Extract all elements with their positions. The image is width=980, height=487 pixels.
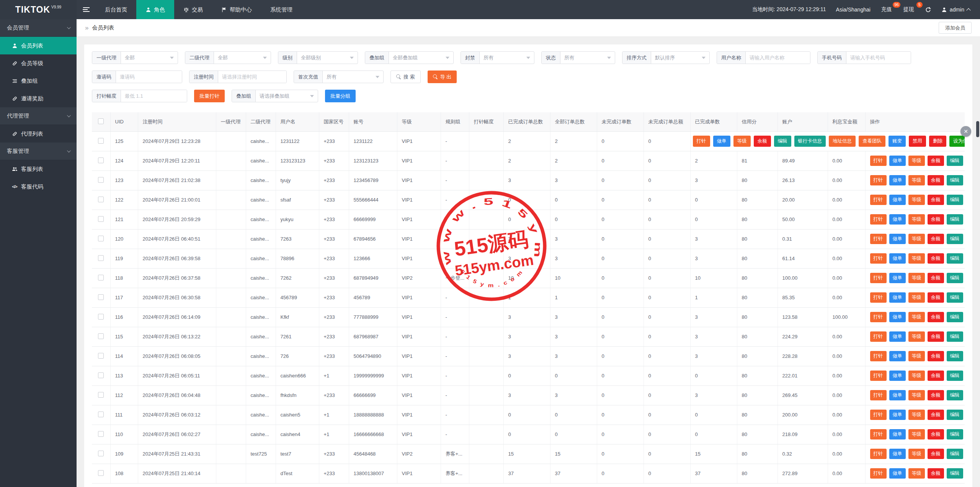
row-action-button[interactable]: 余额 <box>928 449 944 459</box>
close-icon[interactable]: ✕ <box>960 126 971 137</box>
row-action-button[interactable]: 做单 <box>889 390 906 400</box>
row-action-button[interactable]: 编辑 <box>947 331 963 342</box>
row-action-button[interactable]: 做单 <box>889 449 906 459</box>
row-action-button[interactable]: 打针 <box>870 312 887 322</box>
row-action-button[interactable]: 编辑 <box>947 253 963 264</box>
row-action-button[interactable]: 编辑 <box>947 175 963 185</box>
row-action-button[interactable]: 银行卡信息 <box>794 136 826 147</box>
sidebar-item-invite-reward[interactable]: 邀请奖励 <box>0 90 77 107</box>
sidebar-item-member-level[interactable]: 会员等级 <box>0 54 77 72</box>
row-action-button[interactable]: 等级 <box>908 390 925 400</box>
row-checkbox[interactable] <box>98 333 104 339</box>
status-select[interactable]: 所有 <box>560 52 615 64</box>
row-action-button[interactable]: 编辑 <box>947 234 963 244</box>
sidebar-item-support-code[interactable]: </> 客服代码 <box>0 178 77 195</box>
row-action-button[interactable]: 做单 <box>889 410 906 420</box>
row-action-button[interactable]: 做单 <box>889 312 906 322</box>
row-action-button[interactable]: 设为假人 <box>949 136 965 147</box>
row-action-button[interactable]: 做单 <box>889 253 906 264</box>
row-action-button[interactable]: 编辑 <box>947 292 963 303</box>
menu-item-help-center[interactable]: 帮助中心 <box>212 0 261 19</box>
row-action-button[interactable]: 等级 <box>908 351 925 361</box>
sidebar-group-support[interactable]: 客服管理 <box>0 143 77 160</box>
select-all-checkbox[interactable] <box>98 118 104 124</box>
row-action-button[interactable]: 编辑 <box>947 156 963 166</box>
row-action-button[interactable]: 打针 <box>870 273 887 283</box>
row-checkbox[interactable] <box>98 470 104 476</box>
row-action-button[interactable]: 编辑 <box>947 371 963 381</box>
row-action-button[interactable]: 打针 <box>870 253 887 264</box>
row-checkbox[interactable] <box>98 412 104 417</box>
row-action-button[interactable]: 打针 <box>870 371 887 381</box>
row-action-button[interactable]: 做单 <box>889 371 906 381</box>
row-action-button[interactable]: 余额 <box>928 390 944 400</box>
row-action-button[interactable]: 等级 <box>908 468 925 479</box>
row-action-button[interactable]: 编辑 <box>947 449 963 459</box>
row-action-button[interactable]: 做单 <box>889 292 906 303</box>
invite-code-input[interactable] <box>116 71 182 83</box>
level-select[interactable]: 全部级别 <box>297 52 358 64</box>
menu-item-system[interactable]: 系统管理 <box>261 0 302 19</box>
row-action-button[interactable]: 等级 <box>733 136 751 147</box>
row-action-button[interactable]: 打针 <box>693 136 710 147</box>
bulk-group-button[interactable]: 批量分组 <box>325 90 356 102</box>
row-action-button[interactable]: 做单 <box>713 136 730 147</box>
row-action-button[interactable]: 做单 <box>889 273 906 283</box>
row-action-button[interactable]: 打针 <box>870 234 887 244</box>
row-action-button[interactable]: 编辑 <box>947 214 963 225</box>
row-action-button[interactable]: 等级 <box>908 214 925 225</box>
row-action-button[interactable]: 编辑 <box>947 429 963 439</box>
row-checkbox[interactable] <box>98 275 104 280</box>
row-action-button[interactable]: 余额 <box>928 156 944 166</box>
row-action-button[interactable]: 查看团队 <box>859 136 885 147</box>
row-action-button[interactable]: 余额 <box>928 429 944 439</box>
row-checkbox[interactable] <box>98 138 104 144</box>
row-action-button[interactable]: 余额 <box>928 253 944 264</box>
row-action-button[interactable]: 等级 <box>908 156 925 166</box>
row-action-button[interactable]: 余额 <box>928 175 944 185</box>
phone-input[interactable] <box>846 52 911 64</box>
recharge-link[interactable]: 充值 96 <box>880 6 893 13</box>
row-action-button[interactable]: 做单 <box>889 351 906 361</box>
row-action-button[interactable]: 打针 <box>870 468 887 479</box>
row-action-button[interactable]: 做单 <box>889 175 906 185</box>
search-button[interactable]: 搜 索 <box>390 71 421 83</box>
row-action-button[interactable]: 做单 <box>889 195 906 205</box>
row-checkbox[interactable] <box>98 431 104 437</box>
row-action-button[interactable]: 打针 <box>870 331 887 342</box>
row-checkbox[interactable] <box>98 392 104 398</box>
row-checkbox[interactable] <box>98 451 104 456</box>
sidebar-item-member-list[interactable]: 会员列表 <box>0 37 77 54</box>
row-action-button[interactable]: 等级 <box>908 410 925 420</box>
row-action-button[interactable]: 打针 <box>870 156 887 166</box>
row-action-button[interactable]: 编辑 <box>947 410 963 420</box>
row-action-button[interactable]: 编辑 <box>774 136 791 147</box>
export-button[interactable]: 导 出 <box>428 71 457 83</box>
row-action-button[interactable]: 禁用 <box>909 136 926 147</box>
row-action-button[interactable]: 做单 <box>889 234 906 244</box>
row-checkbox[interactable] <box>98 216 104 222</box>
row-checkbox[interactable] <box>98 197 104 202</box>
row-action-button[interactable]: 等级 <box>908 449 925 459</box>
row-action-button[interactable]: 地址信息 <box>829 136 856 147</box>
sidebar-group-members[interactable]: 会员管理 <box>0 19 77 37</box>
row-action-button[interactable]: 打针 <box>870 390 887 400</box>
row-action-button[interactable]: 余额 <box>754 136 771 147</box>
row-action-button[interactable]: 打针 <box>870 195 887 205</box>
username-input[interactable] <box>746 52 810 64</box>
row-action-button[interactable]: 打针 <box>870 410 887 420</box>
row-action-button[interactable]: 编辑 <box>947 351 963 361</box>
ban-select[interactable]: 所有 <box>480 52 534 64</box>
agent2-select[interactable]: 全部 <box>214 52 271 64</box>
row-action-button[interactable]: 余额 <box>928 410 944 420</box>
row-action-button[interactable]: 编辑 <box>947 312 963 322</box>
menu-item-roles[interactable]: 角色 <box>136 0 174 19</box>
first-recharge-select[interactable]: 所有 <box>323 71 383 83</box>
bulk-stack-select[interactable]: 请选择叠加组 <box>256 90 318 102</box>
row-action-button[interactable]: 编辑 <box>947 273 963 283</box>
row-action-button[interactable]: 余额 <box>928 234 944 244</box>
vertical-scrollbar[interactable] <box>976 121 979 137</box>
row-action-button[interactable]: 做单 <box>889 214 906 225</box>
row-action-button[interactable]: 余额 <box>928 351 944 361</box>
row-action-button[interactable]: 等级 <box>908 175 925 185</box>
